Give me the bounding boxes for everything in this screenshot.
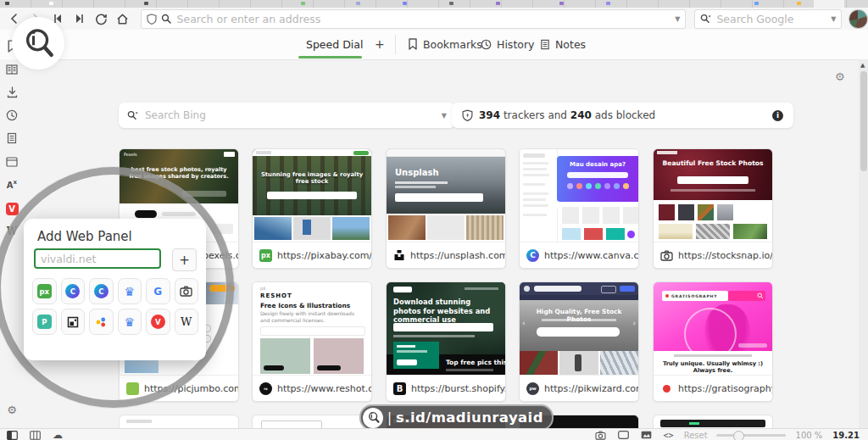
capture-camera-icon[interactable]: [595, 431, 606, 440]
tab-history[interactable]: History: [481, 30, 534, 58]
photo-thumb: [600, 351, 638, 375]
speed-dial-tile-canva[interactable]: Mau desain apa? C: [519, 148, 639, 269]
suggestion-vivaldi[interactable]: V: [146, 309, 170, 335]
suggestion-google[interactable]: G: [146, 278, 170, 304]
note-icon: [540, 39, 550, 50]
speed-dial-search[interactable]: ▼: [119, 103, 455, 128]
suggestion-window-site[interactable]: [61, 309, 86, 335]
content-scrollbar[interactable]: ▲: [859, 59, 868, 429]
profile-avatar[interactable]: [849, 9, 868, 29]
suggestion-wikipedia[interactable]: W: [175, 309, 199, 335]
start-page-nav: Speed Dial + Bookmarks History Notes: [0, 30, 868, 60]
camera-favicon: [180, 286, 192, 297]
search-engine-icon[interactable]: [127, 110, 138, 120]
canva-banner: Mau desain apa?: [557, 156, 638, 202]
window-panel-icon[interactable]: [5, 155, 19, 169]
suggestion-pixabay[interactable]: px: [32, 278, 57, 304]
photo-thumb: [559, 351, 598, 375]
blue-mascot-favicon: ♛: [124, 316, 135, 328]
blue-mascot-favicon: ♛: [124, 286, 135, 298]
tile-caption: https://stocksnap.io/: [654, 242, 772, 268]
speed-dial-search-input[interactable]: [143, 109, 437, 122]
address-dropdown-caret[interactable]: ▼: [675, 15, 680, 23]
pikwizard-topbar: [520, 282, 638, 295]
suggestion-color-dots-site[interactable]: [89, 309, 114, 335]
canva-shortcut-dots: [557, 183, 638, 189]
info-icon[interactable]: i: [772, 110, 783, 121]
suggestion-canva[interactable]: C: [61, 278, 86, 304]
images-toggle-icon[interactable]: [641, 431, 652, 439]
bing-dropdown-caret[interactable]: ▼: [442, 112, 447, 120]
history-panel-icon[interactable]: [5, 109, 19, 122]
active-tab[interactable]: [814, 0, 844, 8]
tab-notes[interactable]: Notes: [540, 30, 586, 58]
suggestion-blue-mascot[interactable]: ♛: [118, 278, 142, 304]
home-button[interactable]: [112, 9, 134, 28]
pexels-nav-button: [224, 152, 235, 157]
suggestion-blue-mascot-2[interactable]: ♛: [118, 309, 142, 335]
panel-toggle-icon[interactable]: [7, 431, 18, 440]
pikwizard-photo-strip: [520, 351, 638, 375]
sync-cloud-icon[interactable]: ☁: [53, 429, 63, 440]
zoom-reset-button[interactable]: Reset: [684, 431, 708, 440]
speed-dial-tile-pikwizard[interactable]: ‹ › High Quality, Free Stock Photos pw h…: [519, 281, 639, 402]
tile-url: https://pikwizard.com/: [544, 383, 638, 394]
web-panel-address-input[interactable]: [34, 248, 161, 269]
tab-speed-dial[interactable]: Speed Dial: [306, 30, 363, 58]
translate-panel-icon[interactable]: Ax: [5, 178, 19, 192]
scrollbar-thumb[interactable]: [860, 71, 867, 171]
speed-dial-tile-stocksnap[interactable]: Beautiful Free Stock Photos https://stoc…: [653, 148, 773, 269]
page-frame-icon[interactable]: [618, 431, 629, 439]
add-speed-dial-page-button[interactable]: +: [375, 30, 385, 58]
address-bar[interactable]: ▼: [141, 9, 687, 29]
downloads-panel-icon[interactable]: [5, 86, 19, 99]
suggestion-stocksnap[interactable]: [175, 278, 199, 304]
suggestion-picjumbo[interactable]: P: [32, 309, 57, 335]
page-actions-code-icon[interactable]: <>: [664, 431, 674, 440]
notes-panel-icon[interactable]: [5, 131, 19, 145]
shield-icon[interactable]: [147, 14, 157, 25]
tile-url: https://stocksnap.io/: [678, 250, 772, 261]
vivaldi-webpanel-icon[interactable]: V: [5, 202, 19, 215]
zoom-slider-knob[interactable]: [733, 431, 744, 440]
tile-url: https://pixabay.com/: [277, 250, 371, 261]
gratisography-caption-pill: [738, 343, 767, 348]
speed-dial-settings-gear-icon[interactable]: ⚙: [835, 70, 845, 83]
search-engine-icon[interactable]: [700, 14, 711, 24]
add-panel-button[interactable]: +: [172, 248, 197, 271]
tab-favicon: [403, 2, 407, 5]
unsplash-tagline: [395, 186, 436, 188]
speed-dial-tile-burst[interactable]: Download stunning photos for websites an…: [386, 281, 506, 402]
search-dropdown-caret[interactable]: ▼: [831, 15, 836, 23]
tab-bookmarks[interactable]: Bookmarks: [408, 30, 482, 58]
reshot-mini-mark: px̃: [260, 286, 265, 291]
speed-dial-tile-unsplash[interactable]: Unsplash https://unsplash.com/: [386, 148, 506, 269]
watermark-logo-circle: [12, 17, 64, 70]
tracker-blocker-status[interactable]: 394 trackers and 240 ads blocked i: [452, 103, 793, 128]
reload-button[interactable]: [90, 9, 112, 28]
unsplash-photo-strip: [387, 214, 505, 242]
speed-dial-tile-gratisography[interactable]: GRATISOGRAPHY Truly unique. Usually whim…: [653, 281, 773, 402]
bookmark-icon: [408, 38, 418, 50]
fast-forward-button[interactable]: [69, 9, 91, 28]
burst-shopify-card: [393, 342, 439, 369]
watermark-separator: |: [387, 410, 392, 426]
panel-settings-gear-icon[interactable]: ⚙: [5, 403, 19, 416]
scrollbar-up-arrow[interactable]: ▲: [860, 62, 865, 69]
suggestion-canva-2[interactable]: C: [89, 278, 114, 304]
tile-url: https://gratisography....: [678, 383, 772, 394]
tab-favicon: [5, 2, 9, 5]
zoom-slider[interactable]: [716, 434, 786, 437]
address-input[interactable]: [175, 12, 671, 26]
trackers-label: trackers and: [504, 109, 567, 121]
search-field[interactable]: ▼: [694, 9, 842, 29]
tiling-icon[interactable]: [30, 431, 41, 440]
ads-label: ads blocked: [595, 109, 655, 121]
tab-notes-label: Notes: [555, 38, 586, 51]
burst-headline: Download stunning photos for websites an…: [393, 298, 498, 325]
trackers-count: 394: [479, 109, 500, 121]
speed-dial-tile-pixabay[interactable]: Stunning free images & royalty free stoc…: [252, 148, 372, 269]
speed-dial-tile-reshot[interactable]: px̃ RESHOT Free Icons & Illustrations De…: [252, 281, 372, 402]
reading-list-panel-icon[interactable]: [5, 63, 19, 76]
search-input[interactable]: [715, 12, 827, 26]
